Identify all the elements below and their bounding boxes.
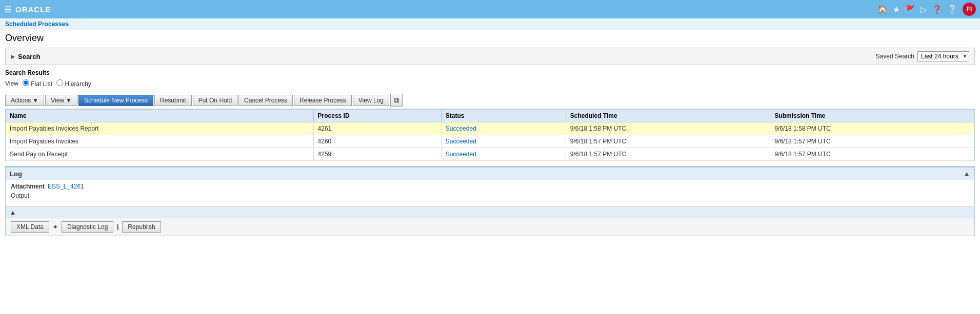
data-table: Name Process ID Status Scheduled Time Su…	[5, 109, 975, 161]
cell-process-id: 4260	[313, 135, 441, 148]
favorites-icon[interactable]: ★	[893, 5, 900, 14]
put-on-hold-button[interactable]: Put On Hold	[193, 95, 237, 106]
view-button[interactable]: View ▼	[45, 95, 77, 106]
flat-list-option[interactable]: Flat List	[23, 79, 52, 88]
flag-icon[interactable]: 🚩	[905, 5, 915, 14]
hierarchy-option[interactable]: Hierarchy	[56, 79, 91, 88]
view-arrow-icon: ▼	[66, 97, 72, 104]
table-row[interactable]: Send Pay on Receipt 4259 Succeeded 9/6/1…	[6, 148, 975, 161]
log-body: Attachment ESS_L_4261 Output	[6, 180, 974, 204]
actions-arrow-icon: ▼	[32, 97, 38, 104]
avatar[interactable]: FI	[963, 3, 976, 16]
cell-status: Succeeded	[441, 135, 566, 148]
col-name: Name	[6, 110, 314, 122]
saved-search-label: Saved Search	[876, 53, 914, 60]
col-submission-time: Submission Time	[770, 110, 975, 122]
oracle-logo: ORACLE	[15, 5, 51, 14]
actions-button[interactable]: Actions ▼	[5, 95, 44, 106]
search-results-label: Search Results	[5, 69, 975, 76]
saved-search-area: Saved Search Last 24 hours	[876, 51, 969, 61]
xml-data-tab[interactable]: XML Data	[11, 221, 49, 233]
view-row: View Flat List Hierarchy	[5, 79, 975, 88]
cell-name: Import Payables Invoices	[6, 135, 314, 148]
info-icon[interactable]: ❓	[932, 5, 942, 14]
cell-scheduled-time: 9/6/18 1:57 PM UTC	[566, 148, 770, 161]
diagnostic-add-icon[interactable]: ✦	[52, 223, 58, 231]
cell-process-id: 4259	[313, 148, 441, 161]
search-expand-icon: ▶	[11, 54, 15, 59]
cell-name: Send Pay on Receipt	[6, 148, 314, 161]
toolbar: Actions ▼ View ▼ Schedule New Process Re…	[5, 92, 975, 109]
release-process-button[interactable]: Release Process	[294, 95, 352, 106]
hierarchy-label: Hierarchy	[65, 80, 91, 88]
view-log-button[interactable]: View Log	[353, 95, 389, 106]
cell-scheduled-time: 9/6/18 1:57 PM UTC	[566, 135, 770, 148]
schedule-new-process-button[interactable]: Schedule New Process	[78, 95, 153, 106]
cancel-process-button[interactable]: Cancel Process	[238, 95, 293, 106]
main-content: Overview ▶ Search Saved Search Last 24 h…	[0, 30, 980, 239]
view-btn-label: View	[51, 97, 64, 104]
search-header: ▶ Search Saved Search Last 24 hours	[6, 48, 974, 65]
output-toolbar: XML Data ✦ Diagnostic Log ℹ Republish	[6, 218, 974, 236]
cell-status: Succeeded	[441, 148, 566, 161]
table-row[interactable]: Import Payables Invoices Report 4261 Suc…	[6, 122, 975, 135]
saved-search-dropdown[interactable]: Last 24 hours	[917, 51, 969, 61]
cell-submission-time: 9/6/18 1:57 PM UTC	[770, 148, 975, 161]
cell-submission-time: 9/6/18 1:58 PM UTC	[770, 122, 975, 135]
log-section: Log ▲ Attachment ESS_L_4261 Output ▲ XML…	[5, 166, 975, 236]
attachment-label: Attachment	[11, 183, 45, 190]
log-attachment: Attachment ESS_L_4261	[11, 183, 969, 190]
search-toggle[interactable]: ▶ Search	[11, 53, 40, 60]
view-label: View	[5, 80, 18, 87]
status-link[interactable]: Succeeded	[446, 125, 476, 132]
flat-list-label: Flat List	[31, 80, 52, 88]
flat-list-radio[interactable]	[23, 79, 29, 86]
search-section: ▶ Search Saved Search Last 24 hours	[5, 48, 975, 65]
log-collapse-button[interactable]: ▲	[963, 170, 970, 178]
output-header-collapse-btn[interactable]: ▲	[10, 209, 16, 216]
status-link[interactable]: Succeeded	[446, 138, 476, 145]
play-icon[interactable]: ▷	[921, 5, 927, 14]
home-icon[interactable]: 🏠	[877, 5, 888, 14]
help-icon[interactable]: ❔	[947, 5, 957, 14]
cell-process-id: 4261	[313, 122, 441, 135]
saved-search-wrapper: Last 24 hours	[917, 51, 969, 61]
cell-submission-time: 9/6/18 1:57 PM UTC	[770, 135, 975, 148]
col-scheduled-time: Scheduled Time	[566, 110, 770, 122]
detach-icon[interactable]: ⧉	[390, 94, 403, 107]
resubmit-button[interactable]: Resubmit	[154, 95, 192, 106]
log-header: Log ▲	[6, 168, 974, 180]
col-process-id: Process ID	[313, 110, 441, 122]
output-section: ▲ XML Data ✦ Diagnostic Log ℹ Republish	[6, 206, 974, 236]
breadcrumb[interactable]: Scheduled Processes	[5, 20, 69, 28]
cell-name: Import Payables Invoices Report	[6, 122, 314, 135]
page-title: Overview	[5, 33, 975, 44]
output-header: ▲	[6, 207, 974, 218]
cell-scheduled-time: 9/6/18 1:58 PM UTC	[566, 122, 770, 135]
log-title: Log	[10, 170, 22, 178]
table-header-row: Name Process ID Status Scheduled Time Su…	[6, 110, 975, 122]
republish-button[interactable]: Republish	[122, 221, 161, 233]
nav-left: ☰ ORACLE	[4, 5, 51, 14]
nav-right: 🏠 ★ 🚩 ▷ ❓ ❔ FI	[877, 3, 976, 16]
actions-label: Actions	[11, 97, 31, 104]
output-label: Output	[11, 192, 969, 199]
status-link[interactable]: Succeeded	[446, 151, 476, 158]
search-label: Search	[18, 53, 40, 60]
cell-status: Succeeded	[441, 122, 566, 135]
table-row[interactable]: Import Payables Invoices 4260 Succeeded …	[6, 135, 975, 148]
top-navigation: ☰ ORACLE 🏠 ★ 🚩 ▷ ❓ ❔ FI	[0, 0, 980, 18]
diagnostic-log-tab[interactable]: Diagnostic Log	[62, 221, 113, 233]
hierarchy-radio[interactable]	[56, 79, 63, 86]
hamburger-icon[interactable]: ☰	[4, 5, 11, 14]
attachment-link[interactable]: ESS_L_4261	[48, 183, 84, 190]
page-header: Scheduled Processes	[0, 18, 980, 30]
col-status: Status	[441, 110, 566, 122]
diagnostic-info-icon[interactable]: ℹ	[116, 223, 119, 231]
